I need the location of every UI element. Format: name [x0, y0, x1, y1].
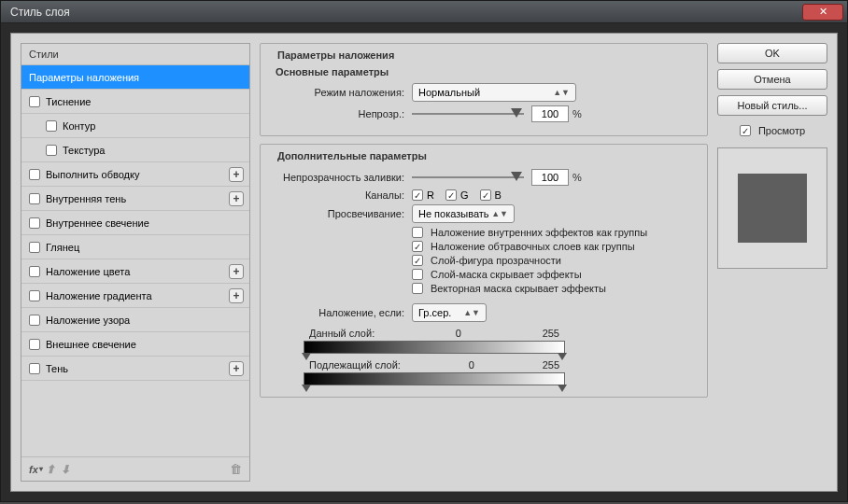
- fill-opacity-input[interactable]: [531, 169, 569, 186]
- style-item-label: Внутренняя тень: [46, 193, 126, 204]
- knockout-dropdown[interactable]: Не показывать▲▼: [412, 204, 515, 223]
- add-effect-button[interactable]: +: [229, 288, 244, 303]
- style-item-2[interactable]: Контур: [21, 114, 249, 138]
- style-item-4[interactable]: Выполнить обводку+: [21, 162, 249, 187]
- style-item-11[interactable]: Внешнее свечение: [21, 332, 249, 357]
- style-item-3[interactable]: Текстура: [21, 138, 249, 162]
- style-item-label: Наложение градиента: [46, 290, 152, 301]
- add-effect-button[interactable]: +: [229, 264, 244, 279]
- adv-option-2[interactable]: Слой-фигура прозрачности: [412, 255, 698, 266]
- add-effect-button[interactable]: +: [229, 361, 244, 376]
- preview-swatch: [738, 174, 807, 243]
- under-layer-gradient[interactable]: [304, 372, 565, 385]
- style-item-6[interactable]: Внутреннее свечение: [21, 211, 249, 235]
- adv-option-4[interactable]: Векторная маска скрывает эффекты: [412, 283, 698, 294]
- style-item-label: Параметры наложения: [29, 72, 139, 83]
- styles-panel: Стили Параметры наложенияТиснениеКонтурТ…: [21, 43, 250, 482]
- style-checkbox[interactable]: [46, 120, 57, 132]
- style-item-12[interactable]: Тень+: [21, 357, 249, 381]
- channels-label: Каналы:: [270, 189, 404, 201]
- checkbox[interactable]: [412, 269, 423, 280]
- add-effect-button[interactable]: +: [229, 191, 244, 206]
- channel-b[interactable]: B: [480, 189, 502, 201]
- channel-g[interactable]: G: [445, 189, 469, 201]
- style-item-label: Внешнее свечение: [46, 339, 136, 350]
- style-checkbox[interactable]: [29, 96, 40, 107]
- move-up-icon[interactable]: ⬆: [46, 463, 55, 476]
- adv-option-3[interactable]: Слой-маска скрывает эффекты: [412, 269, 698, 280]
- advanced-title: Дополнительные параметры: [274, 150, 431, 161]
- add-effect-button[interactable]: +: [229, 167, 244, 182]
- style-item-label: Выполнить обводку: [46, 169, 139, 180]
- titlebar: Стиль слоя ✕: [1, 1, 847, 23]
- fx-menu[interactable]: fx▾⬆⬇: [29, 463, 73, 476]
- opacity-label: Непрозр.:: [270, 108, 404, 119]
- style-item-label: Текстура: [63, 145, 105, 156]
- blend-mode-dropdown[interactable]: Нормальный▲▼: [412, 83, 576, 102]
- style-checkbox[interactable]: [29, 315, 40, 326]
- style-item-label: Наложение цвета: [46, 266, 130, 277]
- style-checkbox[interactable]: [29, 266, 40, 277]
- adv-option-1[interactable]: Наложение обтравочных слоев как группы: [412, 241, 698, 252]
- style-checkbox[interactable]: [29, 363, 40, 374]
- style-checkbox[interactable]: [29, 169, 40, 180]
- group-title: Параметры наложения: [274, 49, 398, 61]
- style-item-5[interactable]: Внутренняя тень+: [21, 187, 249, 211]
- style-checkbox[interactable]: [29, 242, 40, 253]
- preview-checkbox[interactable]: Просмотр: [717, 125, 827, 136]
- style-checkbox[interactable]: [29, 217, 40, 229]
- opacity-slider[interactable]: [412, 107, 524, 120]
- checkbox[interactable]: [412, 241, 423, 252]
- cancel-button[interactable]: Отмена: [717, 69, 827, 90]
- style-item-0[interactable]: Параметры наложения: [21, 65, 249, 90]
- style-item-7[interactable]: Глянец: [21, 235, 249, 259]
- styles-footer: fx▾⬆⬇ 🗑: [21, 456, 249, 481]
- style-checkbox[interactable]: [29, 339, 40, 350]
- style-item-label: Тень: [46, 363, 68, 374]
- ok-button[interactable]: OK: [717, 43, 827, 63]
- style-checkbox[interactable]: [29, 290, 40, 301]
- blendif-label: Наложение, если:: [270, 307, 404, 318]
- style-checkbox[interactable]: [29, 193, 40, 204]
- style-item-label: Глянец: [46, 242, 79, 253]
- style-item-label: Контур: [63, 120, 95, 132]
- close-button[interactable]: ✕: [802, 4, 843, 21]
- checkbox[interactable]: [412, 255, 423, 266]
- chevron-down-icon: ▲▼: [463, 308, 480, 317]
- blendif-dropdown[interactable]: Гр.сер.▲▼: [412, 303, 487, 322]
- style-item-label: Внутреннее свечение: [46, 217, 149, 229]
- move-down-icon[interactable]: ⬇: [61, 463, 70, 476]
- chevron-down-icon: ▲▼: [553, 88, 570, 97]
- trash-icon[interactable]: 🗑: [230, 462, 242, 476]
- blend-mode-label: Режим наложения:: [270, 87, 404, 98]
- style-checkbox[interactable]: [46, 145, 57, 156]
- knockout-label: Просвечивание:: [270, 208, 404, 219]
- style-item-1[interactable]: Тиснение: [21, 90, 249, 114]
- style-item-9[interactable]: Наложение градиента+: [21, 284, 249, 308]
- under-layer-label: Подлежащий слой:: [309, 359, 401, 371]
- chevron-down-icon: ▲▼: [491, 209, 508, 218]
- advanced-group: Дополнительные параметры Непрозрачность …: [260, 144, 708, 398]
- styles-header: Стили: [21, 44, 249, 65]
- style-item-10[interactable]: Наложение узора: [21, 308, 249, 332]
- style-item-label: Наложение узора: [46, 315, 130, 326]
- checkbox[interactable]: [412, 283, 423, 294]
- this-layer-label: Данный слой:: [309, 328, 375, 339]
- fill-opacity-slider[interactable]: [412, 171, 524, 184]
- channel-r[interactable]: R: [412, 189, 434, 201]
- blending-options-group: Параметры наложения Основные параметры Р…: [260, 43, 708, 136]
- opacity-input[interactable]: [531, 105, 569, 122]
- new-style-button[interactable]: Новый стиль...: [717, 95, 827, 116]
- checkbox[interactable]: [412, 227, 423, 238]
- fill-opacity-label: Непрозрачность заливки:: [270, 172, 404, 183]
- preview-box: [717, 147, 827, 269]
- window-title: Стиль слоя: [10, 6, 70, 19]
- this-layer-gradient[interactable]: [304, 341, 565, 354]
- basic-title: Основные параметры: [276, 66, 698, 77]
- style-item-8[interactable]: Наложение цвета+: [21, 259, 249, 284]
- adv-option-0[interactable]: Наложение внутренних эффектов как группы: [412, 227, 698, 238]
- style-item-label: Тиснение: [46, 96, 91, 107]
